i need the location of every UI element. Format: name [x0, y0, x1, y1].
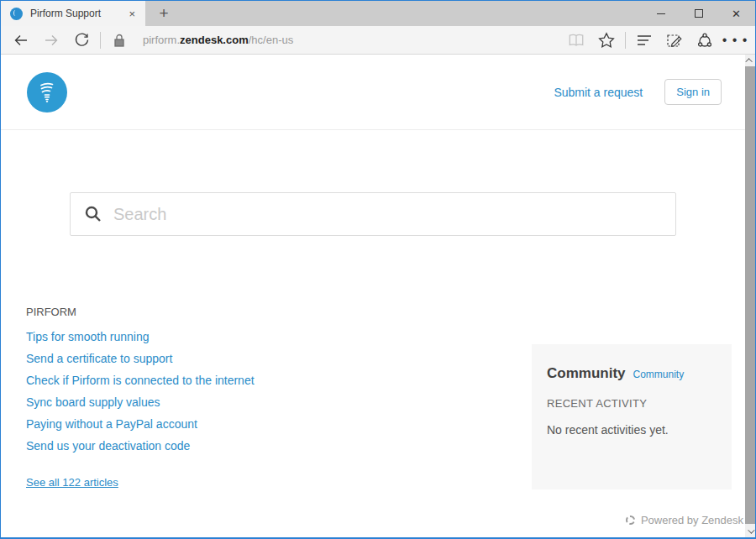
page-viewport: Submit a request Sign in PIRFORM Tips fo…: [1, 55, 755, 537]
forward-button[interactable]: [36, 28, 66, 53]
powered-by-zendesk-link[interactable]: Powered by Zendesk: [641, 514, 743, 526]
browser-window: Pirform Support × + ✕ pirform.zendesk.co…: [0, 0, 756, 539]
url-host-prefix: pirform.: [143, 34, 180, 46]
search-box[interactable]: [70, 192, 676, 236]
browser-toolbar: pirform.zendesk.com/hc/en-us • • •: [1, 26, 755, 55]
share-icon: [696, 32, 713, 49]
scrollbar-thumb[interactable]: [745, 66, 755, 524]
reading-view-icon: [568, 33, 585, 48]
no-activity-message: No recent activities yet.: [547, 423, 717, 437]
recent-activity-header: RECENT ACTIVITY: [547, 397, 717, 410]
chevron-down-icon: [748, 526, 754, 533]
back-arrow-icon: [13, 32, 29, 49]
web-note-button[interactable]: [659, 28, 690, 53]
scroll-up-button[interactable]: [745, 55, 755, 66]
article-link[interactable]: Send a certificate to support: [26, 353, 507, 364]
back-button[interactable]: [6, 28, 36, 53]
community-title: Community: [547, 365, 626, 382]
minimize-button[interactable]: [642, 1, 680, 26]
share-button[interactable]: [690, 28, 720, 53]
maximize-button[interactable]: [680, 1, 717, 26]
lightbulb-icon: [36, 81, 58, 104]
maximize-icon: [695, 9, 703, 18]
article-link[interactable]: Send us your deactivation code: [26, 440, 507, 452]
article-link[interactable]: Tips for smooth running: [26, 331, 507, 343]
tab-title: Pirform Support: [30, 8, 125, 19]
site-favicon-icon: [10, 8, 23, 20]
search-section: [1, 130, 745, 236]
article-link[interactable]: Check if Pirform is connected to the int…: [26, 374, 507, 386]
community-link[interactable]: Community: [633, 369, 685, 380]
new-tab-button[interactable]: +: [145, 1, 182, 26]
scroll-down-button[interactable]: [745, 526, 755, 537]
refresh-icon: [74, 32, 90, 48]
pirform-logo[interactable]: [27, 72, 67, 113]
toolbar-separator: [625, 32, 626, 49]
more-dots-icon: • • •: [722, 33, 748, 48]
submit-request-link[interactable]: Submit a request: [554, 86, 643, 99]
web-note-icon: [666, 32, 683, 49]
close-window-button[interactable]: ✕: [717, 1, 755, 26]
main-content: PIRFORM Tips for smooth running Send a c…: [1, 306, 745, 489]
help-center-page: Submit a request Sign in PIRFORM Tips fo…: [1, 55, 745, 537]
forward-arrow-icon: [43, 32, 60, 49]
zendesk-logo-icon: [626, 515, 635, 525]
section-title: PIRFORM: [26, 306, 507, 318]
close-icon: ✕: [732, 8, 741, 19]
article-link[interactable]: Sync board supply values: [26, 396, 507, 408]
search-icon: [84, 205, 102, 223]
browser-tab[interactable]: Pirform Support ×: [1, 1, 145, 26]
minimize-icon: [657, 13, 665, 14]
favorites-button[interactable]: [591, 28, 622, 53]
tab-close-icon[interactable]: ×: [125, 6, 139, 22]
toolbar-separator: [100, 32, 101, 49]
url-path: /hc/en-us: [249, 34, 293, 46]
address-bar[interactable]: pirform.zendesk.com/hc/en-us: [134, 28, 561, 53]
articles-section: PIRFORM Tips for smooth running Send a c…: [26, 306, 532, 489]
article-list: Tips for smooth running Send a certifica…: [26, 331, 507, 452]
titlebar-drag-area: [182, 1, 642, 26]
sign-in-button[interactable]: Sign in: [664, 79, 722, 105]
chevron-up-icon: [745, 58, 752, 65]
vertical-scrollbar[interactable]: [745, 55, 755, 537]
page-footer: Powered by Zendesk: [1, 514, 745, 526]
hub-button[interactable]: [629, 28, 659, 53]
refresh-button[interactable]: [66, 28, 97, 53]
article-link[interactable]: Paying without a PayPal account: [26, 418, 507, 430]
search-input[interactable]: [113, 205, 662, 224]
see-all-articles-link[interactable]: See all 122 articles: [26, 476, 118, 489]
more-actions-button[interactable]: • • •: [720, 28, 750, 53]
url-host: zendesk.com: [180, 34, 249, 46]
reading-view-button[interactable]: [561, 28, 591, 53]
header-actions: Submit a request Sign in: [554, 79, 722, 105]
community-box: Community Community RECENT ACTIVITY No r…: [532, 344, 732, 489]
star-icon: [598, 32, 615, 49]
hub-lines-icon: [636, 34, 653, 47]
site-header: Submit a request Sign in: [1, 55, 745, 130]
titlebar: Pirform Support × + ✕: [1, 1, 755, 26]
community-header: Community Community: [547, 365, 717, 382]
lock-icon: [104, 28, 134, 53]
